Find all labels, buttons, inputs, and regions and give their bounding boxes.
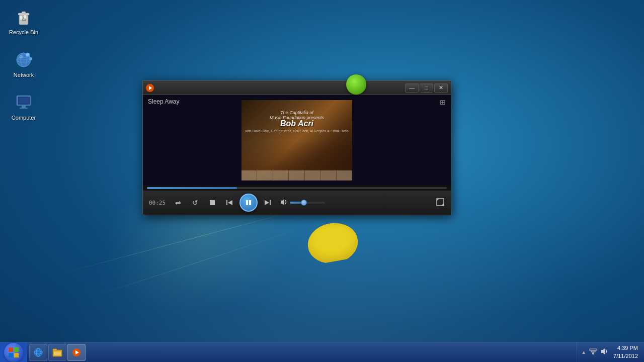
wmp-grid-button[interactable]: ⊞	[440, 98, 446, 106]
start-button[interactable]	[0, 342, 27, 363]
wmp-media-area: Sleep Away ⊞ The Captitalia ofMusic Foun…	[143, 95, 451, 186]
svg-marker-31	[437, 199, 439, 201]
desktop-icon-recycle-bin[interactable]: ♺ Recycle Bin	[5, 5, 42, 38]
taskbar-wmp-icon	[71, 347, 82, 358]
network-tray-icon[interactable]	[589, 347, 597, 357]
piano-key-3	[273, 170, 289, 180]
svg-marker-28	[265, 200, 269, 205]
taskbar-wmp-button[interactable]	[67, 344, 86, 361]
piano-key-1	[242, 170, 257, 180]
desktop-icon-network[interactable]: Network	[5, 48, 42, 80]
svg-rect-17	[19, 98, 29, 104]
wmp-progress-track[interactable]	[147, 187, 447, 189]
album-art-container: The Captitalia ofMusic Foundation presen…	[239, 95, 355, 186]
svg-rect-2	[22, 12, 26, 14]
wmp-window: — □ ✕ Sleep Away ⊞ The Captitalia ofMusi…	[142, 80, 451, 215]
system-tray: ▲ 4:39 PM 7/11/2012	[577, 342, 644, 362]
network-label: Network	[14, 72, 34, 78]
taskbar-explorer-button[interactable]	[48, 344, 66, 361]
clock-date: 7/11/2012	[613, 352, 638, 360]
album-art-background: The Captitalia ofMusic Foundation presen…	[242, 100, 352, 180]
desktop-icons-container: ♺ Recycle Bin	[0, 0, 47, 139]
svg-point-37	[34, 348, 42, 356]
album-art-subtitle-top: The Captitalia ofMusic Foundation presen…	[270, 110, 324, 120]
svg-rect-18	[22, 106, 26, 108]
svg-rect-41	[53, 349, 57, 351]
svg-rect-45	[592, 352, 594, 354]
svg-rect-42	[54, 351, 61, 355]
piano-key-2	[257, 170, 273, 180]
svg-rect-22	[210, 200, 215, 205]
piano-key-4	[289, 170, 304, 180]
svg-rect-36	[14, 353, 19, 357]
desktop-decoration-flower	[298, 211, 366, 266]
wmp-volume-thumb	[301, 200, 307, 206]
wmp-time-display: 00:25	[149, 200, 168, 206]
wmp-next-button[interactable]	[261, 196, 275, 210]
ie-icon	[33, 347, 44, 358]
wmp-progress-fill	[147, 187, 237, 189]
start-orb	[4, 343, 23, 362]
wmp-prev-button[interactable]	[222, 196, 236, 210]
recycle-bin-icon: ♺	[14, 7, 34, 27]
svg-rect-34	[14, 347, 19, 352]
network-icon	[14, 50, 34, 70]
volume-tray-icon[interactable]	[600, 347, 608, 357]
wmp-mute-button[interactable]	[280, 198, 288, 208]
wmp-maximize-button[interactable]: □	[420, 83, 433, 93]
wmp-titlebar: — □ ✕	[143, 81, 451, 95]
wmp-progress-container	[143, 186, 451, 191]
svg-rect-46	[591, 351, 595, 352]
wmp-shuffle-button[interactable]: ⇌	[171, 196, 185, 210]
windows-logo-icon	[8, 347, 19, 358]
album-art-credits: with Dave Dale, George Mraz, Lou Sabir, …	[245, 129, 348, 133]
svg-point-10	[19, 55, 23, 58]
svg-rect-5	[24, 15, 27, 19]
system-clock[interactable]: 4:39 PM 7/11/2012	[611, 344, 640, 360]
wmp-volume-slider[interactable]	[290, 202, 325, 204]
taskbar-items	[27, 342, 88, 362]
wmp-minimize-button[interactable]: —	[405, 83, 419, 93]
svg-rect-35	[9, 353, 13, 357]
svg-rect-19	[20, 108, 28, 109]
wmp-repeat-button[interactable]: ↺	[188, 196, 202, 210]
svg-rect-27	[270, 200, 271, 205]
explorer-icon	[52, 347, 63, 358]
wmp-titlebar-left	[146, 84, 154, 92]
svg-rect-4	[20, 16, 23, 20]
wmp-close-button[interactable]: ✕	[434, 83, 448, 93]
svg-rect-23	[226, 200, 227, 205]
svg-marker-29	[281, 199, 284, 205]
desktop-icon-computer[interactable]: Computer	[5, 90, 42, 123]
wmp-volume-container	[280, 198, 325, 208]
wmp-track-name: Sleep Away	[148, 98, 180, 105]
svg-marker-24	[228, 200, 232, 205]
piano-key-6	[320, 170, 336, 180]
album-art-piano-keys	[242, 170, 352, 180]
svg-rect-25	[246, 200, 248, 205]
taskbar: ▲ 4:39 PM 7/11/2012	[0, 342, 644, 362]
svg-rect-33	[9, 347, 13, 352]
taskbar-ie-button[interactable]	[29, 344, 47, 361]
wmp-logo-icon	[146, 84, 154, 92]
computer-label: Computer	[12, 115, 36, 121]
desktop: ♺ Recycle Bin	[0, 0, 644, 362]
wmp-titlebar-buttons: — □ ✕	[405, 83, 448, 93]
wmp-fullscreen-button[interactable]	[436, 198, 445, 208]
computer-icon	[14, 93, 34, 113]
piano-key-5	[305, 170, 320, 180]
album-art: The Captitalia ofMusic Foundation presen…	[242, 100, 352, 180]
tray-show-hidden-button[interactable]: ▲	[581, 349, 586, 355]
clock-time: 4:39 PM	[613, 344, 638, 352]
svg-rect-26	[249, 200, 251, 205]
piano-key-7	[337, 170, 352, 180]
wmp-controls: 00:25 ⇌ ↺	[143, 191, 451, 215]
svg-rect-47	[590, 349, 597, 350]
cursor-orb	[346, 74, 366, 95]
recycle-bin-label: Recycle Bin	[9, 29, 38, 36]
svg-marker-48	[601, 348, 605, 354]
svg-marker-32	[441, 203, 444, 206]
wmp-play-pause-button[interactable]	[239, 194, 258, 212]
desktop-light-line-2	[82, 222, 321, 300]
wmp-stop-button[interactable]	[205, 196, 219, 210]
